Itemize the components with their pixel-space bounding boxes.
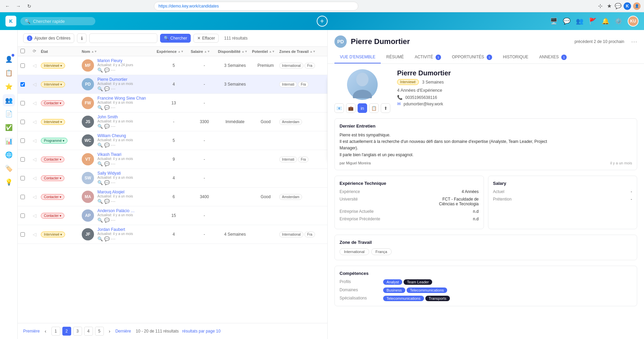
- derniere-link[interactable]: Dernière: [115, 329, 131, 334]
- candidate-name[interactable]: Jordan Faubert: [97, 227, 133, 232]
- tab-activite[interactable]: ACTIVITÉ 1: [409, 52, 446, 63]
- search-candidate-icon[interactable]: 🔍: [97, 68, 103, 73]
- filter-info-button[interactable]: ℹ: [77, 33, 87, 43]
- candidate-name[interactable]: William Cheung: [97, 133, 133, 138]
- sidebar-item-profile[interactable]: 👤: [3, 53, 15, 65]
- more-candidate-icon[interactable]: ⋯: [111, 143, 115, 148]
- row-checkbox[interactable]: [20, 195, 25, 199]
- search-candidate-icon[interactable]: 🔍: [97, 236, 103, 241]
- comment-candidate-icon[interactable]: 💬: [104, 86, 110, 91]
- contact-icon-3[interactable]: in: [358, 103, 367, 113]
- comment-candidate-icon[interactable]: 💬: [104, 124, 110, 129]
- sidebar-item-doc[interactable]: 📄: [3, 108, 15, 120]
- screen-icon[interactable]: 🖥️: [550, 17, 557, 25]
- tab-opportunites[interactable]: OPPORTUNITÉS 1: [446, 52, 498, 63]
- candidate-name[interactable]: Vikash Tiwari: [97, 152, 133, 157]
- col-nom[interactable]: Nom ▲▼: [82, 49, 157, 54]
- col-zones[interactable]: Zones de Travail ▲▼: [279, 49, 325, 54]
- table-row[interactable]: ◁ Contacter ▾ VT Vikash Tiwari Actualisé…: [18, 150, 327, 169]
- sidebar-item-bulb[interactable]: 💡: [3, 176, 15, 188]
- add-button[interactable]: +: [317, 16, 328, 27]
- forward-button[interactable]: →: [14, 2, 22, 10]
- app-logo[interactable]: K: [5, 16, 16, 27]
- page-2-button[interactable]: 2: [62, 327, 71, 336]
- row-pin[interactable]: ◁: [33, 232, 41, 237]
- candidate-name[interactable]: Pierre Dumortier: [97, 77, 133, 82]
- row-checkbox[interactable]: [20, 82, 25, 87]
- erase-button[interactable]: ✕ Effacer: [193, 34, 219, 43]
- table-row[interactable]: ◁ Interviewé ▾ PD Pierre Dumortier Actua…: [18, 75, 327, 94]
- search-input[interactable]: [33, 19, 88, 24]
- col-etat[interactable]: État: [41, 49, 82, 54]
- candidate-name[interactable]: Marouq Aloqiel: [97, 190, 133, 194]
- table-row[interactable]: ◁ Contacter ▾ SW Sally Widyati Actualisé…: [18, 169, 327, 188]
- browser-icon-4[interactable]: K: [624, 2, 631, 10]
- table-row[interactable]: ◁ Contacter ▾ MA Marouq Aloqiel Actualis…: [18, 188, 327, 206]
- browser-icon-3[interactable]: 💬: [615, 3, 622, 10]
- row-checkbox[interactable]: [20, 63, 25, 68]
- top-search[interactable]: 🔍: [20, 17, 95, 25]
- row-pin[interactable]: ◁: [33, 119, 41, 124]
- panel-more-button[interactable]: ⋯: [631, 38, 637, 45]
- table-row[interactable]: ◁ Interviewé ▾ JF Jordan Faubert Actuali…: [18, 225, 327, 244]
- search-candidate-icon[interactable]: 🔍: [97, 218, 103, 223]
- sidebar-item-chart[interactable]: 📊: [3, 135, 15, 147]
- search-candidate-icon[interactable]: 🔍: [97, 105, 103, 110]
- chat-icon[interactable]: 💬: [563, 17, 570, 25]
- col-disponibilite[interactable]: Disponibilité ▲▼: [218, 49, 252, 54]
- search-candidate-icon[interactable]: 🔍: [97, 199, 103, 204]
- browser-icon-2[interactable]: ★: [606, 3, 613, 10]
- more-candidate-icon[interactable]: ⋯: [111, 124, 115, 129]
- row-pin[interactable]: ◁: [33, 63, 41, 68]
- row-checkbox[interactable]: [20, 120, 25, 124]
- row-pin[interactable]: ◁: [33, 157, 41, 162]
- comment-candidate-icon[interactable]: 💬: [104, 161, 110, 166]
- more-candidate-icon[interactable]: ⋯: [111, 180, 115, 185]
- candidate-name[interactable]: Sally Widyati: [97, 171, 133, 176]
- table-row[interactable]: ◁ Contacter ▾ AP Anderson Palácio … Actu…: [18, 206, 327, 225]
- sidebar-item-check[interactable]: ✅: [3, 121, 15, 134]
- more-candidate-icon[interactable]: ⋯: [111, 236, 115, 241]
- contact-icon-4[interactable]: 📋: [369, 103, 379, 113]
- sidebar-item-globe[interactable]: 🌐: [3, 149, 15, 161]
- comment-candidate-icon[interactable]: 💬: [104, 218, 110, 223]
- user-avatar[interactable]: KU: [628, 16, 639, 27]
- page-5-button[interactable]: 5: [95, 327, 104, 336]
- comment-candidate-icon[interactable]: 💬: [104, 180, 110, 185]
- row-pin[interactable]: ◁: [33, 100, 41, 106]
- row-checkbox[interactable]: [20, 213, 25, 218]
- sidebar-item-clipboard[interactable]: 📋: [3, 67, 15, 79]
- more-candidate-icon[interactable]: ⋯: [111, 68, 115, 73]
- search-button[interactable]: 🔍 Chercher: [160, 34, 191, 43]
- filter-search-input[interactable]: [89, 33, 157, 43]
- table-row[interactable]: ◁ Interviewé ▾ JS John Smith Actualisé: …: [18, 113, 327, 131]
- tab-historique[interactable]: HISTORIQUE: [498, 52, 534, 63]
- refresh-col-icon[interactable]: ⟳: [33, 49, 36, 54]
- comment-candidate-icon[interactable]: 💬: [104, 199, 110, 204]
- page-4-button[interactable]: 4: [84, 327, 93, 336]
- candidate-name[interactable]: Marion Fleury: [97, 58, 133, 63]
- row-pin[interactable]: ◁: [33, 82, 41, 87]
- row-checkbox[interactable]: [20, 138, 25, 143]
- comment-candidate-icon[interactable]: 💬: [104, 68, 110, 73]
- settings-icon[interactable]: ⚙️: [615, 17, 622, 25]
- per-page-select[interactable]: résultats par page 10: [182, 329, 221, 334]
- comment-candidate-icon[interactable]: 💬: [104, 143, 110, 148]
- row-pin[interactable]: ◁: [33, 213, 41, 218]
- row-checkbox[interactable]: [20, 157, 25, 162]
- refresh-button[interactable]: ↻: [25, 2, 33, 10]
- browser-icon-1[interactable]: ⊹: [597, 3, 604, 10]
- row-pin[interactable]: ◁: [33, 194, 41, 200]
- page-3-button[interactable]: 3: [73, 327, 82, 336]
- contact-icon-2[interactable]: 💼: [346, 103, 356, 113]
- row-checkbox[interactable]: [20, 232, 25, 237]
- tab-annexes[interactable]: ANNEXES 1: [534, 52, 572, 63]
- candidate-name[interactable]: Francine Wong Siew Chan: [97, 96, 146, 101]
- col-experience[interactable]: Expérience ▲▼: [157, 49, 191, 54]
- prev-page-button[interactable]: ‹: [42, 327, 49, 335]
- row-checkbox[interactable]: [20, 101, 25, 105]
- sidebar-item-people[interactable]: 👥: [3, 94, 15, 106]
- sidebar-item-star[interactable]: ⭐: [3, 80, 15, 93]
- premiere-link[interactable]: Première: [23, 329, 40, 334]
- more-candidate-icon[interactable]: ⋯: [111, 105, 115, 110]
